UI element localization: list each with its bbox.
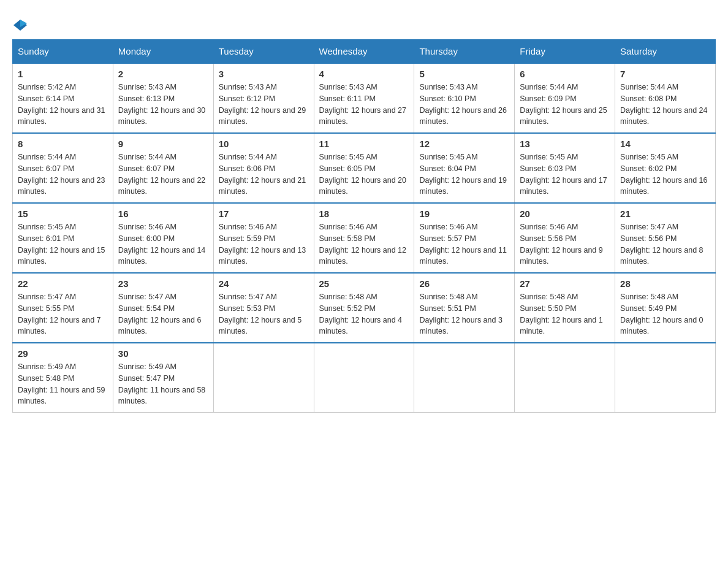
week-row-3: 22 Sunrise: 5:47 AMSunset: 5:55 PMDaylig…	[13, 273, 716, 343]
day-info: Sunrise: 5:45 AMSunset: 6:03 PMDaylight:…	[520, 151, 610, 197]
day-number: 6	[520, 69, 610, 79]
day-info: Sunrise: 5:44 AMSunset: 6:07 PMDaylight:…	[118, 151, 208, 197]
calendar-header-row: Sunday Monday Tuesday Wednesday Thursday…	[13, 40, 716, 64]
day-info: Sunrise: 5:44 AMSunset: 6:08 PMDaylight:…	[620, 82, 710, 128]
day-number: 18	[319, 209, 409, 219]
day-info: Sunrise: 5:45 AMSunset: 6:02 PMDaylight:…	[620, 151, 710, 197]
day-number: 27	[520, 278, 610, 289]
calendar-cell	[615, 343, 716, 413]
day-info: Sunrise: 5:49 AMSunset: 5:47 PMDaylight:…	[118, 361, 208, 407]
calendar-cell: 16 Sunrise: 5:46 AMSunset: 6:00 PMDaylig…	[113, 203, 213, 273]
day-number: 9	[118, 139, 208, 149]
day-info: Sunrise: 5:47 AMSunset: 5:55 PMDaylight:…	[18, 291, 108, 337]
logo-flag-icon	[13, 18, 27, 32]
day-number: 26	[419, 278, 509, 289]
day-number: 13	[520, 139, 610, 149]
day-info: Sunrise: 5:49 AMSunset: 5:48 PMDaylight:…	[18, 361, 108, 407]
calendar-cell: 27 Sunrise: 5:48 AMSunset: 5:50 PMDaylig…	[515, 273, 615, 343]
calendar-cell: 8 Sunrise: 5:44 AMSunset: 6:07 PMDayligh…	[13, 133, 113, 203]
day-number: 22	[18, 278, 108, 289]
calendar-cell: 21 Sunrise: 5:47 AMSunset: 5:56 PMDaylig…	[615, 203, 716, 273]
calendar-cell: 30 Sunrise: 5:49 AMSunset: 5:47 PMDaylig…	[113, 343, 213, 413]
calendar-cell: 19 Sunrise: 5:46 AMSunset: 5:57 PMDaylig…	[414, 203, 515, 273]
col-saturday: Saturday	[615, 40, 716, 64]
calendar-cell: 18 Sunrise: 5:46 AMSunset: 5:58 PMDaylig…	[314, 203, 414, 273]
day-info: Sunrise: 5:45 AMSunset: 6:01 PMDaylight:…	[18, 221, 108, 267]
calendar-cell	[314, 343, 414, 413]
day-number: 1	[18, 69, 108, 79]
calendar-cell: 22 Sunrise: 5:47 AMSunset: 5:55 PMDaylig…	[13, 273, 113, 343]
calendar-cell: 24 Sunrise: 5:47 AMSunset: 5:53 PMDaylig…	[213, 273, 314, 343]
col-tuesday: Tuesday	[213, 40, 314, 64]
calendar-cell: 29 Sunrise: 5:49 AMSunset: 5:48 PMDaylig…	[13, 343, 113, 413]
day-info: Sunrise: 5:43 AMSunset: 6:13 PMDaylight:…	[118, 82, 208, 128]
day-info: Sunrise: 5:48 AMSunset: 5:52 PMDaylight:…	[319, 291, 409, 337]
day-info: Sunrise: 5:44 AMSunset: 6:06 PMDaylight:…	[219, 151, 309, 197]
header	[12, 12, 716, 33]
col-friday: Friday	[515, 40, 615, 64]
day-number: 15	[18, 209, 108, 219]
day-number: 16	[118, 209, 208, 219]
day-number: 30	[118, 348, 208, 359]
calendar-cell: 1 Sunrise: 5:42 AMSunset: 6:14 PMDayligh…	[13, 63, 113, 133]
day-info: Sunrise: 5:43 AMSunset: 6:12 PMDaylight:…	[219, 82, 309, 128]
calendar-cell: 12 Sunrise: 5:45 AMSunset: 6:04 PMDaylig…	[414, 133, 515, 203]
calendar-cell: 3 Sunrise: 5:43 AMSunset: 6:12 PMDayligh…	[213, 63, 314, 133]
day-number: 21	[620, 209, 710, 219]
day-number: 28	[620, 278, 710, 289]
day-info: Sunrise: 5:47 AMSunset: 5:53 PMDaylight:…	[219, 291, 309, 337]
calendar-cell: 25 Sunrise: 5:48 AMSunset: 5:52 PMDaylig…	[314, 273, 414, 343]
week-row-0: 1 Sunrise: 5:42 AMSunset: 6:14 PMDayligh…	[13, 63, 716, 133]
logo	[12, 12, 27, 33]
calendar-cell: 15 Sunrise: 5:45 AMSunset: 6:01 PMDaylig…	[13, 203, 113, 273]
calendar-cell: 2 Sunrise: 5:43 AMSunset: 6:13 PMDayligh…	[113, 63, 213, 133]
day-info: Sunrise: 5:47 AMSunset: 5:56 PMDaylight:…	[620, 221, 710, 267]
day-number: 10	[219, 139, 309, 149]
col-wednesday: Wednesday	[314, 40, 414, 64]
calendar-cell: 10 Sunrise: 5:44 AMSunset: 6:06 PMDaylig…	[213, 133, 314, 203]
calendar-cell: 7 Sunrise: 5:44 AMSunset: 6:08 PMDayligh…	[615, 63, 716, 133]
calendar-cell: 28 Sunrise: 5:48 AMSunset: 5:49 PMDaylig…	[615, 273, 716, 343]
col-monday: Monday	[113, 40, 213, 64]
day-number: 11	[319, 139, 409, 149]
calendar-cell: 5 Sunrise: 5:43 AMSunset: 6:10 PMDayligh…	[414, 63, 515, 133]
day-number: 20	[520, 209, 610, 219]
day-number: 7	[620, 69, 710, 79]
calendar-cell	[414, 343, 515, 413]
calendar-cell: 26 Sunrise: 5:48 AMSunset: 5:51 PMDaylig…	[414, 273, 515, 343]
day-info: Sunrise: 5:47 AMSunset: 5:54 PMDaylight:…	[118, 291, 208, 337]
day-info: Sunrise: 5:45 AMSunset: 6:05 PMDaylight:…	[319, 151, 409, 197]
day-number: 25	[319, 278, 409, 289]
day-number: 2	[118, 69, 208, 79]
col-thursday: Thursday	[414, 40, 515, 64]
day-number: 3	[219, 69, 309, 79]
week-row-4: 29 Sunrise: 5:49 AMSunset: 5:48 PMDaylig…	[13, 343, 716, 413]
calendar-cell: 14 Sunrise: 5:45 AMSunset: 6:02 PMDaylig…	[615, 133, 716, 203]
day-info: Sunrise: 5:46 AMSunset: 5:57 PMDaylight:…	[419, 221, 509, 267]
day-number: 19	[419, 209, 509, 219]
day-info: Sunrise: 5:48 AMSunset: 5:49 PMDaylight:…	[620, 291, 710, 337]
day-info: Sunrise: 5:43 AMSunset: 6:11 PMDaylight:…	[319, 82, 409, 128]
calendar-cell: 17 Sunrise: 5:46 AMSunset: 5:59 PMDaylig…	[213, 203, 314, 273]
day-number: 14	[620, 139, 710, 149]
calendar-cell: 4 Sunrise: 5:43 AMSunset: 6:11 PMDayligh…	[314, 63, 414, 133]
day-info: Sunrise: 5:44 AMSunset: 6:09 PMDaylight:…	[520, 82, 610, 128]
day-info: Sunrise: 5:42 AMSunset: 6:14 PMDaylight:…	[18, 82, 108, 128]
day-number: 24	[219, 278, 309, 289]
day-number: 12	[419, 139, 509, 149]
day-number: 17	[219, 209, 309, 219]
calendar-cell: 9 Sunrise: 5:44 AMSunset: 6:07 PMDayligh…	[113, 133, 213, 203]
calendar-cell	[213, 343, 314, 413]
day-info: Sunrise: 5:45 AMSunset: 6:04 PMDaylight:…	[419, 151, 509, 197]
calendar-cell: 20 Sunrise: 5:46 AMSunset: 5:56 PMDaylig…	[515, 203, 615, 273]
day-info: Sunrise: 5:46 AMSunset: 5:56 PMDaylight:…	[520, 221, 610, 267]
day-info: Sunrise: 5:48 AMSunset: 5:50 PMDaylight:…	[520, 291, 610, 337]
calendar-cell: 6 Sunrise: 5:44 AMSunset: 6:09 PMDayligh…	[515, 63, 615, 133]
col-sunday: Sunday	[13, 40, 113, 64]
calendar-cell: 11 Sunrise: 5:45 AMSunset: 6:05 PMDaylig…	[314, 133, 414, 203]
day-info: Sunrise: 5:43 AMSunset: 6:10 PMDaylight:…	[419, 82, 509, 128]
day-info: Sunrise: 5:46 AMSunset: 6:00 PMDaylight:…	[118, 221, 208, 267]
day-number: 29	[18, 348, 108, 359]
day-number: 23	[118, 278, 208, 289]
week-row-2: 15 Sunrise: 5:45 AMSunset: 6:01 PMDaylig…	[13, 203, 716, 273]
